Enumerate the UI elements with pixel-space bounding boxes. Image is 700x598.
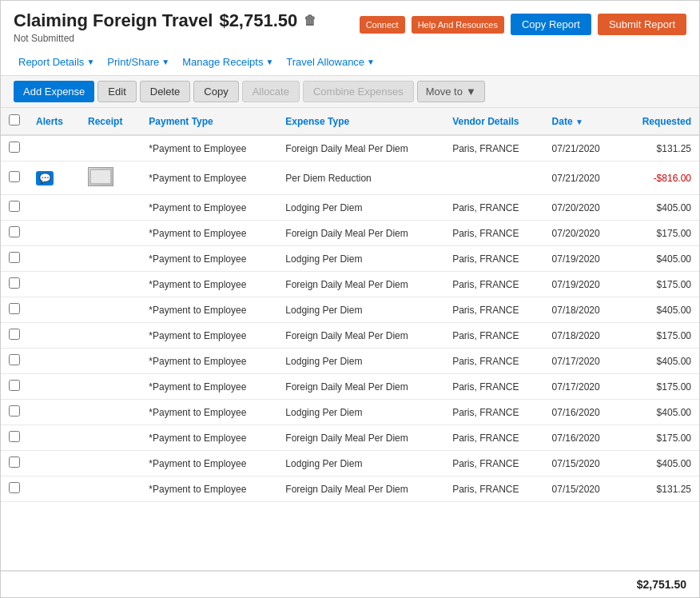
receipt-column-header[interactable]: Receipt bbox=[80, 108, 141, 135]
requested-cell: -$816.00 bbox=[621, 161, 699, 195]
table-row: *Payment to EmployeeForeign Daily Meal P… bbox=[1, 425, 699, 451]
copy-button[interactable]: Copy bbox=[193, 81, 238, 102]
alert-cell bbox=[28, 272, 80, 297]
delete-button[interactable]: Delete bbox=[140, 81, 191, 102]
payment-type-cell: *Payment to Employee bbox=[141, 161, 277, 195]
vendor-cell: Paris, FRANCE bbox=[444, 272, 543, 297]
nav-travel-allowance[interactable]: Travel Allowance ▼ bbox=[281, 54, 380, 70]
nav-print-share[interactable]: Print/Share ▼ bbox=[102, 54, 174, 70]
expense-table: Alerts Receipt Payment Type Expense Type… bbox=[1, 108, 699, 502]
payment-type-cell: *Payment to Employee bbox=[141, 195, 277, 221]
report-amount: $2,751.50 bbox=[219, 10, 297, 31]
page-wrapper: Claiming Foreign Travel $2,751.50 🗑 Not … bbox=[0, 0, 700, 598]
submit-report-button[interactable]: Submit Report bbox=[598, 14, 686, 35]
row-checkbox[interactable] bbox=[9, 329, 20, 340]
date-cell: 07/19/2020 bbox=[544, 246, 621, 272]
table-row: *Payment to EmployeeForeign Daily Meal P… bbox=[1, 323, 699, 349]
date-cell: 07/20/2020 bbox=[544, 195, 621, 221]
row-checkbox[interactable] bbox=[9, 303, 20, 314]
table-header-row: Alerts Receipt Payment Type Expense Type… bbox=[1, 108, 699, 135]
receipt-thumbnail[interactable] bbox=[88, 167, 113, 186]
payment-type-column-header[interactable]: Payment Type bbox=[141, 108, 277, 135]
help-button[interactable]: Help And Resources bbox=[412, 16, 504, 34]
footer-total: $2,751.50 bbox=[1, 570, 699, 597]
requested-cell: $131.25 bbox=[621, 476, 699, 502]
connect-button[interactable]: Connect bbox=[360, 16, 405, 34]
expense-type-cell: Lodging Per Diem bbox=[277, 246, 444, 272]
expense-type-cell: Foreign Daily Meal Per Diem bbox=[277, 425, 444, 451]
requested-column-header[interactable]: Requested bbox=[621, 108, 699, 135]
date-cell: 07/17/2020 bbox=[544, 374, 621, 400]
date-column-header[interactable]: Date ▼ bbox=[544, 108, 621, 135]
row-checkbox[interactable] bbox=[9, 431, 20, 442]
receipt-cell bbox=[80, 323, 141, 349]
receipt-cell bbox=[80, 221, 141, 246]
receipt-cell bbox=[80, 272, 141, 297]
alert-cell bbox=[28, 349, 80, 374]
nav-report-details[interactable]: Report Details ▼ bbox=[14, 54, 99, 70]
vendor-cell: Paris, FRANCE bbox=[444, 349, 543, 374]
copy-report-button[interactable]: Copy Report bbox=[511, 14, 591, 35]
alert-cell bbox=[28, 221, 80, 246]
vendor-cell: Paris, FRANCE bbox=[444, 135, 543, 161]
table-row: *Payment to EmployeeLodging Per DiemPari… bbox=[1, 297, 699, 323]
row-checkbox[interactable] bbox=[9, 456, 20, 468]
row-checkbox[interactable] bbox=[9, 171, 20, 182]
nav-manage-receipts-label: Manage Receipts bbox=[182, 56, 263, 68]
payment-type-cell: *Payment to Employee bbox=[141, 400, 277, 425]
vendor-details-column-header[interactable]: Vendor Details bbox=[444, 108, 543, 135]
message-icon[interactable]: 💬 bbox=[36, 171, 54, 185]
row-checkbox[interactable] bbox=[9, 482, 20, 493]
row-checkbox[interactable] bbox=[9, 226, 20, 237]
expense-type-cell: Foreign Daily Meal Per Diem bbox=[277, 323, 444, 349]
expense-type-cell: Lodging Per Diem bbox=[277, 451, 444, 476]
requested-cell: $405.00 bbox=[621, 400, 699, 425]
nav-bar: Report Details ▼ Print/Share ▼ Manage Re… bbox=[1, 49, 699, 76]
row-checkbox[interactable] bbox=[9, 354, 20, 365]
payment-type-cell: *Payment to Employee bbox=[141, 323, 277, 349]
trash-icon[interactable]: 🗑 bbox=[304, 14, 316, 28]
vendor-cell: Paris, FRANCE bbox=[444, 221, 543, 246]
receipt-cell bbox=[80, 374, 141, 400]
alert-cell bbox=[28, 451, 80, 476]
combine-expenses-button[interactable]: Combine Expenses bbox=[303, 81, 414, 102]
alerts-column-header[interactable]: Alerts bbox=[28, 108, 80, 135]
table-row: *Payment to EmployeeForeign Daily Meal P… bbox=[1, 135, 699, 161]
header-buttons: Connect Help And Resources Copy Report S… bbox=[360, 14, 686, 35]
table-row: *Payment to EmployeeLodging Per DiemPari… bbox=[1, 400, 699, 425]
receipt-cell bbox=[80, 451, 141, 476]
allocate-button[interactable]: Allocate bbox=[242, 81, 300, 102]
date-cell: 07/15/2020 bbox=[544, 476, 621, 502]
table-row: *Payment to EmployeeLodging Per DiemPari… bbox=[1, 349, 699, 374]
table-row: 💬*Payment to EmployeePer Diem Reduction0… bbox=[1, 161, 699, 195]
vendor-cell bbox=[444, 161, 543, 195]
row-checkbox[interactable] bbox=[9, 405, 20, 417]
move-to-button[interactable]: Move to ▼ bbox=[417, 81, 485, 102]
requested-cell: $405.00 bbox=[621, 349, 699, 374]
row-checkbox[interactable] bbox=[9, 380, 20, 391]
payment-type-cell: *Payment to Employee bbox=[141, 246, 277, 272]
payment-type-cell: *Payment to Employee bbox=[141, 135, 277, 161]
vendor-cell: Paris, FRANCE bbox=[444, 246, 543, 272]
nav-manage-receipts[interactable]: Manage Receipts ▼ bbox=[177, 54, 278, 70]
row-checkbox[interactable] bbox=[9, 201, 20, 212]
select-all-checkbox[interactable] bbox=[9, 114, 20, 126]
header-area: Claiming Foreign Travel $2,751.50 🗑 Not … bbox=[1, 1, 699, 49]
chevron-down-icon: ▼ bbox=[367, 58, 375, 66]
chevron-down-icon: ▼ bbox=[161, 58, 169, 66]
expense-type-column-header[interactable]: Expense Type bbox=[277, 108, 444, 135]
chevron-down-icon: ▼ bbox=[86, 58, 94, 66]
report-status: Not Submitted bbox=[14, 33, 316, 44]
receipt-cell bbox=[80, 349, 141, 374]
edit-button[interactable]: Edit bbox=[97, 81, 136, 102]
requested-cell: $405.00 bbox=[621, 195, 699, 221]
date-cell: 07/17/2020 bbox=[544, 349, 621, 374]
payment-type-cell: *Payment to Employee bbox=[141, 221, 277, 246]
receipt-cell bbox=[80, 425, 141, 451]
row-checkbox[interactable] bbox=[9, 142, 20, 153]
date-cell: 07/21/2020 bbox=[544, 161, 621, 195]
sort-desc-icon: ▼ bbox=[575, 118, 583, 126]
row-checkbox[interactable] bbox=[9, 252, 20, 263]
add-expense-button[interactable]: Add Expense bbox=[14, 81, 94, 102]
row-checkbox[interactable] bbox=[9, 277, 20, 289]
